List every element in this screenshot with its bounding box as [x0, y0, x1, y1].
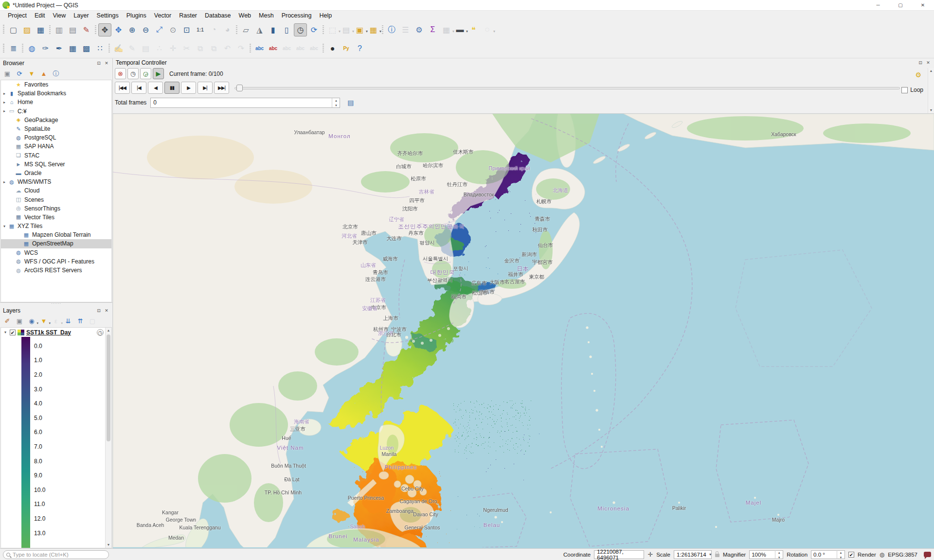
toolbar-button[interactable]: ∷ [93, 42, 107, 55]
expander-icon[interactable]: ▸ [1, 109, 8, 113]
browser-toolbar-button[interactable]: ▣ [2, 69, 13, 79]
browser-item[interactable]: ★ Favorites [1, 80, 111, 89]
scroll-up-icon[interactable]: ▲ [928, 68, 934, 74]
menu-item[interactable]: Database [201, 11, 235, 20]
browser-item[interactable]: ▾ ▦ XYZ Tiles [1, 222, 111, 230]
transport-button[interactable]: ▮▮ [164, 82, 180, 94]
toolbar-button[interactable]: 1:1 [194, 23, 207, 36]
scale-combobox[interactable]: 1:26136714 ▼ [674, 550, 712, 559]
toolbar-button[interactable]: ❝ [467, 23, 480, 36]
epsg-code[interactable]: EPSG:3857 [888, 552, 917, 558]
menu-item[interactable]: Layer [70, 11, 92, 20]
transport-button[interactable]: |◀◀ [115, 82, 130, 94]
spin-up-icon[interactable]: ▲ [775, 550, 783, 555]
slider-handle[interactable] [236, 85, 243, 91]
layers-toolbar-button[interactable]: ▢ [87, 316, 98, 327]
toolbar-button[interactable]: Σ [426, 23, 439, 36]
toolbar-button[interactable]: ▤ [340, 23, 353, 36]
layers-toolbar-button[interactable]: ✐ [2, 316, 13, 327]
toolbar-button[interactable]: Py [340, 42, 353, 55]
toolbar-button[interactable]: ▮ [267, 23, 280, 36]
transport-button[interactable]: ▶ [181, 82, 196, 94]
crs-globe-icon[interactable]: ◍ [880, 551, 884, 558]
expander-icon[interactable]: ▸ [1, 91, 8, 96]
layer-visibility-checkbox[interactable]: ✔ [10, 330, 16, 335]
menu-item[interactable]: View [49, 11, 70, 20]
toolbar-button[interactable]: ▬ [453, 23, 467, 36]
lock-scale-icon[interactable] [715, 554, 719, 557]
menu-item[interactable]: Help [315, 11, 336, 20]
chevron-down-icon[interactable]: ▼ [706, 553, 712, 556]
toolbar-button[interactable]: ⊕ [126, 23, 139, 36]
toolbar-button[interactable] [234, 23, 239, 36]
spin-up-icon[interactable]: ▲ [332, 98, 340, 103]
toolbar-handle[interactable] [2, 23, 6, 36]
minimize-button[interactable]: ─ [867, 0, 889, 10]
toolbar-button[interactable]: ◷ [294, 23, 307, 36]
temporal-nav-button[interactable]: ◶ [140, 68, 151, 79]
toolbar-button[interactable]: ✑ [39, 42, 52, 55]
toolbar-handle[interactable] [2, 42, 6, 55]
toolbar-button[interactable]: ✛ [166, 42, 180, 55]
browser-toolbar-button[interactable]: ⓘ [51, 69, 61, 79]
toolbar-button[interactable]: ▯ [280, 23, 293, 36]
menu-item[interactable]: Settings [93, 11, 123, 20]
transport-button[interactable]: ▶| [198, 82, 213, 94]
expander-icon[interactable]: ▾ [1, 224, 8, 228]
temporal-scrollbar[interactable]: ▲ ▼ [928, 68, 934, 113]
browser-item[interactable]: ▸ ⌂ Home [1, 98, 111, 106]
toolbar-button[interactable]: ✎ [80, 23, 93, 36]
layers-float-button[interactable]: ⊡ [96, 308, 102, 313]
expander-icon[interactable]: ▸ [1, 180, 8, 184]
close-button[interactable]: ✕ [912, 0, 934, 10]
browser-item[interactable]: ◍ WCS [1, 248, 111, 257]
browser-item[interactable]: ▸ ▮ Spatial Bookmarks [1, 89, 111, 98]
toolbar-button[interactable]: ⟳ [307, 23, 321, 36]
layers-toolbar-button[interactable]: ▣ [14, 316, 25, 327]
menu-item[interactable]: Mesh [255, 11, 278, 20]
layer-expander-icon[interactable]: ▾ [2, 330, 9, 334]
transport-button[interactable]: ▶▶| [214, 82, 229, 94]
toolbar-button[interactable]: ↶ [221, 42, 234, 55]
browser-item[interactable]: ▦ Vector Tiles [1, 213, 111, 222]
spin-down-icon[interactable]: ▼ [775, 555, 783, 560]
scroll-down-icon[interactable]: ▼ [106, 542, 111, 548]
browser-float-button[interactable]: ⊡ [96, 61, 102, 66]
messages-icon[interactable] [924, 552, 931, 557]
toolbar-button[interactable]: ? [353, 42, 366, 55]
map-canvas[interactable]: ХабаровскПриморский крайВладивостокМонго… [113, 114, 934, 548]
toolbar-button[interactable]: ▤ [66, 23, 79, 36]
menu-item[interactable]: Raster [175, 11, 201, 20]
locator-search-input[interactable]: Type to locate (Ctrl+K) [3, 550, 109, 559]
browser-item[interactable]: ▦ OpenStreetMap [1, 239, 111, 248]
total-frames-value[interactable]: 0 [151, 99, 332, 106]
browser-item[interactable]: ► MS SQL Server [1, 160, 111, 169]
export-animation-button[interactable]: ▤ [345, 97, 356, 108]
spin-down-icon[interactable]: ▼ [332, 103, 340, 108]
toolbar-button[interactable]: ☰ [399, 23, 412, 36]
toolbar-button[interactable] [20, 42, 25, 55]
toolbar-button[interactable]: ▦ [66, 42, 79, 55]
toolbar-button[interactable]: ▨ [20, 23, 34, 36]
toolbar-button[interactable]: ▢ [7, 23, 20, 36]
browser-toolbar-button[interactable]: ⟳ [14, 69, 25, 79]
menu-item[interactable]: Plugins [123, 11, 150, 20]
browser-toolbar-button[interactable]: ▲ [38, 69, 49, 79]
toolbar-button[interactable]: ◮ [253, 23, 266, 36]
total-frames-spinbox[interactable]: 0 ▲▼ [150, 98, 340, 108]
temporal-nav-button[interactable]: ⊗ [115, 68, 126, 79]
browser-item[interactable]: ▸ ▭ C:¥ [1, 107, 111, 116]
menu-item[interactable]: Vector [150, 11, 175, 20]
temporal-nav-button[interactable]: ◷ [127, 68, 139, 79]
toolbar-button[interactable]: ⧉ [194, 42, 207, 55]
browser-item[interactable]: ☁ Cloud [1, 186, 111, 195]
browser-close-button[interactable]: ✕ [104, 61, 109, 66]
toolbar-button[interactable]: ▱ [239, 23, 252, 36]
extents-tracking-icon[interactable]: ✛ [647, 551, 653, 558]
temporal-nav-button[interactable]: ▶ [153, 68, 164, 79]
browser-item[interactable]: ◍ ArcGIS REST Servers [1, 266, 111, 275]
maximize-button[interactable]: ▢ [889, 0, 912, 10]
expander-icon[interactable]: ▸ [1, 100, 8, 105]
scroll-down-icon[interactable]: ▼ [928, 107, 934, 113]
toolbar-button[interactable]: abc [267, 42, 280, 55]
